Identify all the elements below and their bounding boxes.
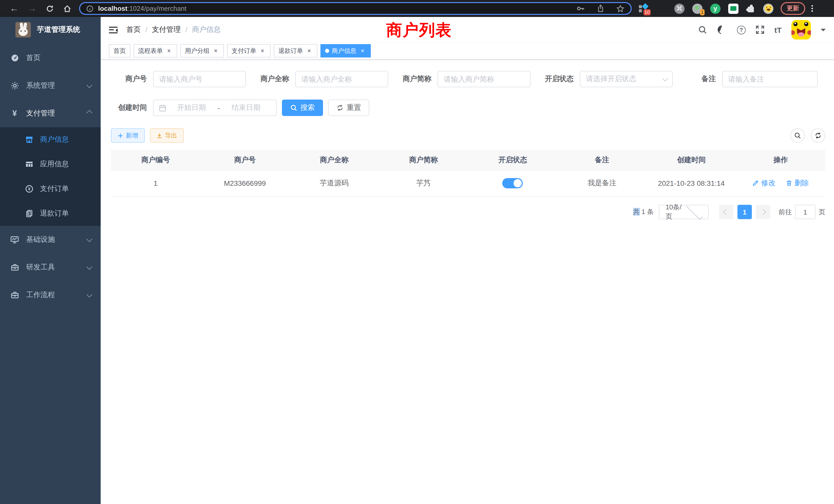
- table-row: 1 M233666999 芋道源码 芋艿 我是备注 2021-10-23 08:…: [111, 170, 825, 196]
- help-icon[interactable]: ?: [737, 25, 746, 34]
- sidebar-item-refund-order[interactable]: 退款订单: [0, 201, 101, 226]
- status-select[interactable]: 请选择开启状态: [580, 71, 673, 87]
- refresh-table-button[interactable]: [811, 128, 825, 143]
- status-toggle[interactable]: [503, 178, 523, 188]
- sidebar-item-merchant-info[interactable]: 商户信息: [0, 127, 101, 152]
- tab-home[interactable]: 首页: [109, 44, 130, 58]
- chevron-left-icon: [723, 209, 729, 215]
- tab-refund-order[interactable]: 退款订单×: [274, 44, 317, 58]
- dashboard-gauge-icon: [10, 54, 19, 62]
- breadcrumb-home[interactable]: 首页: [126, 25, 141, 35]
- add-button[interactable]: 新增: [111, 128, 145, 143]
- fullscreen-icon[interactable]: [755, 25, 765, 35]
- chevron-down-icon: [87, 292, 92, 298]
- col-create-time: 创建时间: [647, 150, 736, 170]
- pagination: 共 1 条 10条/页 1 前往页: [111, 205, 825, 219]
- gear-icon: [10, 82, 19, 90]
- reset-button[interactable]: 重置: [328, 99, 369, 116]
- breadcrumb-payment[interactable]: 支付管理: [152, 25, 181, 35]
- tags-view-bar: 首页 流程表单× 用户分组× 支付订单× 退款订单× 商户信息×: [101, 43, 834, 60]
- sidebar-item-home[interactable]: 首页: [0, 44, 101, 72]
- remark-label: 备注: [680, 74, 722, 84]
- full-name-input[interactable]: [295, 71, 388, 87]
- tab-pay-order[interactable]: 支付订单×: [227, 44, 271, 58]
- prev-page-button[interactable]: [719, 205, 733, 219]
- sidebar-item-dev-tools[interactable]: 研发工具: [0, 254, 101, 281]
- header-search-icon[interactable]: [698, 25, 707, 35]
- close-icon[interactable]: ×: [212, 47, 219, 54]
- total-count: 共 1 条: [633, 207, 654, 216]
- close-icon[interactable]: ×: [166, 47, 173, 54]
- toolbox-icon: [10, 263, 19, 272]
- app-logo[interactable]: 芋道管理系统: [0, 17, 101, 43]
- sidebar: 芋道管理系统 首页 系统管理 ¥ 支付管: [0, 17, 101, 504]
- bookmark-star-icon[interactable]: [616, 4, 624, 13]
- calendar-icon: [159, 104, 167, 112]
- browser-update-button[interactable]: 更新: [781, 2, 805, 15]
- col-remark: 备注: [557, 150, 647, 170]
- sidebar-item-workflow[interactable]: 工作流程: [0, 281, 101, 309]
- active-tab-dot: [325, 49, 329, 53]
- sidebar-item-app-info[interactable]: 应用信息: [0, 152, 101, 177]
- extension-grid-icon[interactable]: 10: [638, 3, 649, 14]
- share-icon[interactable]: [597, 4, 605, 13]
- chevron-down-icon: [87, 236, 92, 242]
- user-avatar[interactable]: [791, 20, 811, 40]
- goto-page-input[interactable]: [795, 205, 815, 219]
- search-button[interactable]: 搜索: [282, 99, 323, 116]
- col-actions: 操作: [736, 150, 825, 170]
- extensions-puzzle-icon[interactable]: [746, 4, 755, 13]
- col-status: 开启状态: [468, 150, 557, 170]
- page-size-select[interactable]: 10条/页: [659, 205, 709, 219]
- font-size-icon[interactable]: tT: [774, 25, 782, 34]
- cell-create-time: 2021-10-23 08:31:14: [647, 170, 736, 196]
- merchant-no-input[interactable]: [153, 71, 246, 87]
- tab-process-form[interactable]: 流程表单×: [133, 44, 177, 58]
- toolbox-icon: [10, 291, 19, 299]
- extension-chat-icon[interactable]: [728, 3, 739, 14]
- chevron-up-icon: [87, 110, 92, 116]
- address-bar[interactable]: localhost:1024/pay/merchant: [79, 2, 632, 15]
- extensions-strip: 10 ⌘ 1 y: [638, 3, 773, 14]
- extension-command-icon[interactable]: ⌘: [674, 3, 684, 14]
- sidebar-item-infrastructure[interactable]: 基础设施: [0, 226, 101, 254]
- sidebar-item-system[interactable]: 系统管理: [0, 72, 101, 99]
- browser-menu-icon[interactable]: [811, 5, 813, 12]
- browser-reload-icon[interactable]: [46, 4, 54, 13]
- create-time-range-picker[interactable]: 开始日期 - 结束日期: [153, 99, 277, 116]
- end-date-placeholder: 结束日期: [221, 103, 271, 112]
- password-key-icon[interactable]: [576, 5, 585, 12]
- close-icon[interactable]: ×: [259, 47, 266, 54]
- extension-recorder-icon[interactable]: 1: [692, 3, 703, 14]
- chevron-right-icon: [760, 209, 766, 215]
- browser-profile-avatar[interactable]: [763, 3, 773, 14]
- sidebar-item-payment[interactable]: ¥ 支付管理: [0, 99, 101, 127]
- delete-link[interactable]: 删除: [786, 179, 809, 188]
- avatar-caret-icon[interactable]: [821, 28, 826, 33]
- show-search-toggle-button[interactable]: [790, 128, 805, 143]
- cell-remark: 我是备注: [557, 170, 647, 196]
- remark-input[interactable]: [722, 71, 817, 87]
- browser-back-icon[interactable]: ←: [10, 4, 19, 13]
- sidebar-collapse-icon[interactable]: [109, 26, 117, 33]
- document-copy-icon: [25, 209, 34, 217]
- extension-badge: 1: [700, 9, 705, 15]
- export-button[interactable]: 导出: [150, 128, 184, 143]
- edit-link[interactable]: 修改: [752, 179, 775, 188]
- col-merchant-id: 商户编号: [111, 150, 200, 170]
- short-name-input[interactable]: [438, 71, 530, 87]
- browser-home-icon[interactable]: [63, 4, 71, 13]
- extension-yuque-icon[interactable]: y: [710, 3, 721, 14]
- close-icon[interactable]: ×: [306, 47, 313, 54]
- yen-icon: ¥: [10, 109, 19, 117]
- close-icon[interactable]: ×: [359, 47, 366, 54]
- browser-forward-icon[interactable]: →: [28, 4, 37, 13]
- next-page-button[interactable]: [756, 205, 770, 219]
- page-number-1[interactable]: 1: [738, 205, 752, 219]
- tab-user-group[interactable]: 用户分组×: [180, 44, 224, 58]
- sidebar-item-pay-order[interactable]: ¥ 支付订单: [0, 177, 101, 201]
- github-icon[interactable]: [717, 25, 727, 35]
- site-info-icon[interactable]: [86, 5, 93, 12]
- tab-merchant-info[interactable]: 商户信息×: [321, 44, 371, 58]
- extension-gem-icon[interactable]: [656, 3, 666, 14]
